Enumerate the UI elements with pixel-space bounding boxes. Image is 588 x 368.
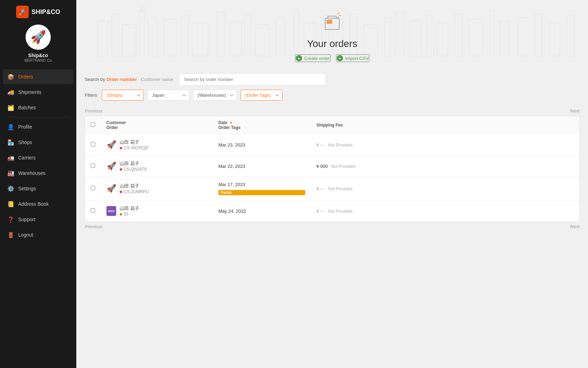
fee-value: ¥ --- — [316, 209, 325, 214]
search-prefix: Search by — [85, 77, 105, 82]
create-order-label: Create order — [304, 56, 330, 61]
date-sort-icon[interactable]: ▼ — [229, 121, 233, 125]
order-info: 山田 花子 CS-ZUMRPU — [120, 183, 149, 194]
logo-area: 🚀 SHIP&CO — [16, 6, 60, 18]
rocket-icon: 🚀 — [106, 184, 116, 193]
svg-rect-1 — [112, 14, 119, 56]
prev-page-top[interactable]: Previous — [85, 108, 103, 114]
sidebar-item-settings[interactable]: ⚙️ Settings — [3, 181, 74, 196]
order-tags-col-label: Order Tags — [218, 125, 240, 130]
company-name: BERTRAND Co — [24, 58, 51, 62]
sidebar-item-support[interactable]: ❓ Support — [3, 212, 74, 227]
search-input[interactable] — [179, 73, 326, 86]
fee-cell: ¥ --- Not Provided — [311, 134, 579, 155]
woo-icon: woo — [106, 206, 116, 216]
row-checkbox-cell — [85, 200, 101, 222]
table-row: 🚀 山田 花子 CS-SN7RQD Mar 23, 2023 — [85, 134, 579, 155]
batches-label: Batches — [18, 105, 36, 110]
next-page-top[interactable]: Next — [570, 108, 580, 114]
customer-order-header: Customer Order — [101, 116, 213, 134]
svg-point-5 — [141, 6, 147, 12]
table-row: 🚀 山田 花子 CS-QNJAT9 Mar 22, 2023 — [85, 155, 579, 177]
order-info: 山田 花子 CS-SN7RQD — [120, 139, 148, 150]
main-content: Your orders + Create order + Import CSV … — [76, 0, 588, 368]
partial-badge: Partial — [218, 190, 305, 195]
row-checkbox[interactable] — [91, 186, 95, 190]
svg-rect-25 — [455, 14, 462, 56]
country-filter[interactable]: Japan — [147, 90, 189, 101]
customer-info-wrap: 🚀 山田 花子 CS-SN7RQD — [106, 139, 207, 150]
svg-rect-28 — [500, 21, 509, 56]
sidebar-item-warehouses[interactable]: 🏭 Warehouses — [3, 166, 74, 180]
customer-info-wrap: 🚀 山田 花子 CS-QNJAT9 — [106, 161, 207, 172]
nav-separator-1 — [7, 117, 69, 117]
profile-label: Profile — [18, 124, 32, 130]
order-id: CS-ZUMRPU — [120, 189, 149, 194]
svg-rect-10 — [231, 21, 241, 56]
search-label: Search by Order number Customer name — [85, 77, 173, 82]
row-checkbox-cell — [85, 155, 101, 177]
customer-cell: 🚀 山田 花子 CS-QNJAT9 — [101, 155, 213, 177]
prev-page-bottom[interactable]: Previous — [85, 224, 103, 229]
sidebar-item-batches[interactable]: 🗂️ Batches — [3, 100, 74, 115]
sidebar-item-carriers[interactable]: 🚛 Carriers — [3, 150, 74, 165]
customer-name: 山田 花子 — [120, 183, 149, 189]
orders-table: Customer Order Date ▼ Order Tags Shippin… — [85, 116, 580, 222]
shipments-label: Shipments — [18, 89, 41, 95]
svg-rect-31 — [549, 23, 560, 56]
date-cell: Mar 23, 2023 — [213, 134, 311, 155]
row-checkbox[interactable] — [91, 208, 95, 213]
svg-rect-7 — [182, 16, 189, 56]
order-tags-filter[interactable]: (Order Tags) — [240, 90, 282, 101]
select-all-header — [85, 116, 101, 134]
svg-rect-22 — [409, 21, 421, 56]
fee-value: ¥ --- — [316, 186, 325, 191]
search-tab-customer[interactable]: Customer name — [141, 77, 173, 82]
create-order-button[interactable]: + Create order — [295, 54, 330, 62]
status-dot — [120, 147, 122, 149]
sidebar-item-shipments[interactable]: 🚚 Shipments — [3, 85, 74, 100]
svg-rect-12 — [255, 25, 269, 56]
date-cell: Mar 22, 2023 — [213, 155, 311, 177]
select-all-checkbox[interactable] — [91, 122, 95, 127]
sidebar: 🚀 SHIP&CO 🚀 Ship&co BERTRAND Co 📦 Orders… — [0, 0, 76, 368]
import-csv-button[interactable]: + Import CSV — [336, 54, 369, 62]
rocket-icon: 🚀 — [106, 161, 116, 171]
row-checkbox[interactable] — [91, 142, 95, 146]
customer-cell: woo 山田 花子 35 — [101, 200, 213, 222]
sidebar-item-shops[interactable]: 🏪 Shops — [3, 135, 74, 150]
customer-name: 山田 花子 — [120, 139, 148, 145]
shops-label: Shops — [18, 139, 32, 145]
row-checkbox-cell — [85, 134, 101, 155]
date-cell: May 24, 2022 — [213, 200, 311, 222]
warehouses-icon: 🏭 — [7, 169, 15, 177]
sidebar-item-profile[interactable]: 👤 Profile — [3, 120, 74, 134]
warehouses-filter[interactable]: (Warehouses) — [193, 90, 237, 101]
fee-col-label: Shipping Fee — [316, 123, 343, 128]
next-page-bottom[interactable]: Next — [570, 224, 580, 229]
sidebar-item-logout[interactable]: 🚪 Logout — [3, 227, 74, 242]
sidebar-item-address-book[interactable]: 📒 Address Book — [3, 197, 74, 211]
orders-label: Orders — [18, 74, 33, 80]
order-date: May 24, 2022 — [218, 209, 305, 214]
sidebar-item-orders[interactable]: 📦 Orders — [3, 69, 74, 84]
hero-section: Your orders + Create order + Import CSV — [76, 0, 588, 69]
row-checkbox[interactable] — [91, 163, 95, 168]
svg-rect-24 — [437, 23, 448, 56]
hero-actions: + Create order + Import CSV — [295, 54, 369, 62]
fee-header: Shipping Fee — [311, 116, 579, 134]
nav-section: 📦 Orders 🚚 Shipments 🗂️ Batches 👤 Profil… — [0, 69, 76, 368]
svg-rect-3 — [140, 11, 145, 56]
shops-filter[interactable]: (Shops) — [102, 90, 144, 101]
status-dot — [120, 213, 122, 216]
search-tab-order[interactable]: Order number — [106, 77, 137, 82]
status-dot — [120, 168, 122, 171]
search-row: Search by Order number Customer name — [85, 73, 580, 86]
filters-label: Filters — [85, 93, 97, 98]
profile-icon: 👤 — [7, 123, 15, 131]
search-input-wrap — [179, 73, 326, 86]
svg-rect-23 — [427, 16, 434, 56]
avatar-area: 🚀 Ship&co BERTRAND Co — [24, 25, 51, 62]
create-order-plus-icon: + — [296, 55, 302, 61]
rocket-icon: 🚀 — [106, 140, 116, 150]
